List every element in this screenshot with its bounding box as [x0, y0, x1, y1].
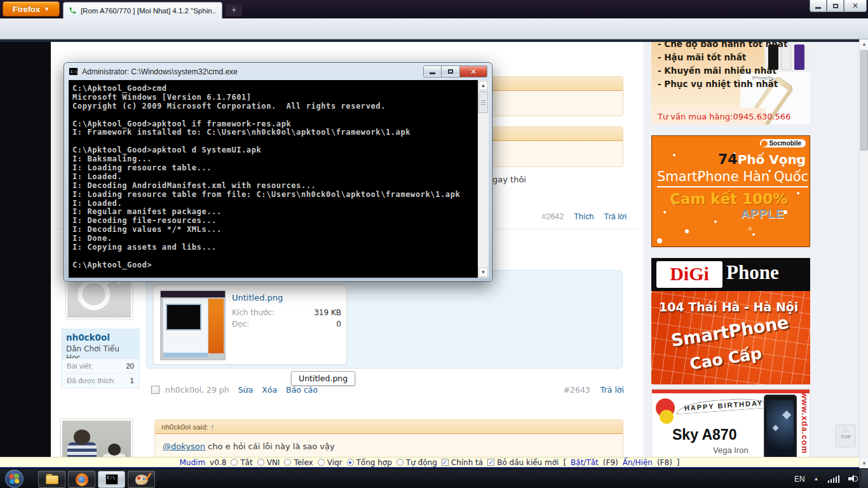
mention-link[interactable]: @dokyson	[163, 442, 205, 451]
socmobile-logo: Socmobile	[760, 139, 806, 147]
store-ad-banner[interactable]: iPhone5s - Chế độ bảo hành tốt nhất - Hậ…	[651, 42, 810, 125]
active-tab[interactable]: [Rom A760/770 ] [Moi Nhat] 4.1.2 "Sphin.…	[63, 2, 222, 18]
terminal-line: I: Decoding values */* XMLs...	[72, 225, 478, 234]
cmd-maximize-button[interactable]	[442, 65, 460, 78]
cmd-window-controls: ✕	[423, 65, 487, 78]
reply-link[interactable]: Trả lời	[600, 385, 624, 395]
chevron-down-icon: ▼	[44, 6, 50, 12]
radio-vni[interactable]: VNI	[257, 458, 280, 467]
terminal-line: I: Baksmaling...	[72, 154, 478, 163]
cmd-minimize-button[interactable]	[423, 65, 442, 78]
cmd-close-button[interactable]: ✕	[460, 65, 487, 78]
socmobile-ad-banner[interactable]: ✦ ✦ ✧ ✧ Socmobile 74Phố Vọng SmartPhone …	[651, 135, 810, 247]
page-scrollbar[interactable]: ▲ ▼	[859, 39, 868, 468]
terminal-line	[72, 111, 478, 119]
language-indicator[interactable]: EN	[794, 475, 805, 484]
terminal[interactable]: C:\Apktool_Good>cmd Microsoft Windows [V…	[69, 80, 489, 278]
user-stats: Bài viết: 20 Đã được thích: 1	[61, 358, 140, 388]
scroll-up-button[interactable]: ▲	[478, 81, 488, 90]
scroll-down-button[interactable]: ▼	[478, 268, 488, 277]
terminal-line: I: Loaded.	[72, 172, 478, 181]
author-timestamp[interactable]: nh0ck0ol, 29 ph	[165, 385, 229, 395]
new-tab-button[interactable]: +	[226, 4, 242, 17]
radio-telex[interactable]: Telex	[284, 458, 313, 467]
scroll-up-button[interactable]: ▲	[860, 39, 868, 49]
start-button[interactable]	[5, 470, 24, 488]
terminal-line	[72, 252, 478, 261]
edit-link[interactable]: Sửa	[238, 385, 254, 395]
taskbar-cmd-button[interactable]: C:\	[98, 471, 125, 488]
radio-tong-hop[interactable]: Tổng hợp	[347, 458, 392, 467]
digiphone-ad-banner[interactable]: DiGi Phone 104 Thái Hà - Hà Nội SmartPho…	[651, 258, 810, 384]
scroll-to-top-button[interactable]: ︿ TOP	[836, 424, 856, 447]
ad-subline: Cao Cấp	[688, 344, 763, 374]
checkbox-bo-dau[interactable]: ✓Bỏ dấu kiểu mới	[487, 458, 559, 467]
post-2642-footer: #2642 Thích Trả lời	[541, 212, 627, 221]
taskbar-explorer-button[interactable]	[38, 471, 65, 488]
close-icon: ✕	[470, 67, 477, 76]
phone-logo: Phone	[726, 261, 779, 284]
ad-line: - Hậu mãi tốt nhất	[658, 51, 787, 64]
attachment-filename-link[interactable]: Untitled.png	[232, 293, 283, 302]
checkbox-checked-icon: ✓	[487, 459, 494, 466]
terminal-line: I: Decoding file-resources...	[72, 216, 478, 225]
restore-button[interactable]	[827, 0, 844, 12]
maximize-icon	[448, 69, 453, 74]
username-link[interactable]: nh0ck0ol	[66, 332, 135, 342]
firefox-menu-button[interactable]: Firefox ▼	[3, 1, 60, 17]
post-number: #2642	[541, 212, 564, 221]
system-tray: EN ▲	[794, 469, 858, 488]
delete-link[interactable]: Xóa	[262, 385, 277, 395]
network-icon[interactable]	[828, 475, 840, 483]
cmd-window[interactable]: C:\ Administrator: C:\Windows\system32\c…	[64, 62, 492, 281]
terminal-scrollbar[interactable]: ▲ ▼	[478, 80, 489, 278]
close-button[interactable]: ✕	[844, 0, 867, 12]
hide-link[interactable]: Ẩn/Hiện	[623, 458, 653, 467]
hidden-icons-arrow[interactable]: ▲	[814, 476, 819, 482]
volume-icon[interactable]	[848, 475, 858, 483]
toggle-link[interactable]: Bật/Tắt	[571, 458, 599, 467]
terminal-line: C:\Apktool_Good>cmd	[72, 84, 478, 93]
report-link[interactable]: Báo cáo	[286, 385, 318, 395]
mudim-link[interactable]: Mudim	[179, 458, 205, 467]
scrollbar-thumb[interactable]	[860, 50, 868, 151]
stat-value: 1	[130, 377, 134, 384]
taskbar-firefox-button[interactable]	[68, 471, 95, 488]
quote-jump-arrow[interactable]: ↑	[211, 423, 215, 431]
scrollbar-thumb[interactable]	[478, 92, 488, 113]
reply-link[interactable]: Trả lời	[604, 212, 627, 221]
attachment-card[interactable]: Untitled.png Kích thước: 319 KB Đọc: 0	[153, 285, 347, 365]
radio-icon	[397, 459, 403, 466]
sky-phone-image	[764, 395, 797, 466]
radio-viqr[interactable]: Viqr	[318, 458, 342, 467]
digiphone-header: DiGi Phone	[651, 258, 810, 291]
checkbox-chinh-ta[interactable]: ✓Chính tả	[442, 458, 483, 467]
navigation-toolbar	[0, 18, 868, 39]
firefox-menu-label: Firefox	[13, 4, 40, 14]
quote-text: cho e hỏi cái lỗi này là sao vậy	[205, 442, 335, 451]
radio-tat[interactable]: Tắt	[231, 458, 252, 467]
quote-header[interactable]: nh0ck0ol said: ↑	[155, 420, 623, 434]
digiphone-body: 104 Thái Hà - Hà Nội SmartPhone Cao Cấp	[651, 291, 810, 384]
phone-favicon-icon	[69, 6, 77, 15]
top-label: TOP	[836, 434, 855, 440]
ad-line: - Khuyến mãi nhiều nhất	[658, 64, 787, 78]
select-post-checkbox[interactable]	[151, 386, 159, 394]
ad-line: - Phục vụ nhiệt tình nhất	[658, 78, 787, 91]
scroll-down-button[interactable]: ▼	[860, 459, 868, 468]
cmd-title-bar[interactable]: C:\ Administrator: C:\Windows\system32\c…	[64, 63, 492, 80]
like-link[interactable]: Thích	[574, 212, 593, 221]
attachment-read-row: Đọc: 0	[232, 320, 341, 329]
minimize-button[interactable]	[810, 0, 827, 12]
post-2643-footer: nh0ck0ol, 29 ph Sửa Xóa Báo cáo #2643 Tr…	[151, 385, 624, 395]
show-desktop-button[interactable]	[860, 469, 868, 488]
tab-bar: Firefox ▼ [Rom A760/770 ] [Moi Nhat] 4.1…	[0, 0, 868, 18]
terminal-line: I: Done.	[72, 234, 478, 243]
taskbar: C:\ EN ▲	[0, 468, 868, 488]
terminal-line: I: Loading resource table from file: C:\…	[72, 190, 478, 199]
desktop: Firefox ▼ [Rom A760/770 ] [Moi Nhat] 4.1…	[0, 0, 868, 488]
taskbar-paint-button[interactable]	[128, 471, 155, 488]
radio-tu-dong[interactable]: Tự động	[397, 458, 437, 467]
attachment-thumbnail[interactable]	[160, 290, 226, 360]
birthday-banner: HAPPY BIRTHDAY	[676, 396, 772, 414]
